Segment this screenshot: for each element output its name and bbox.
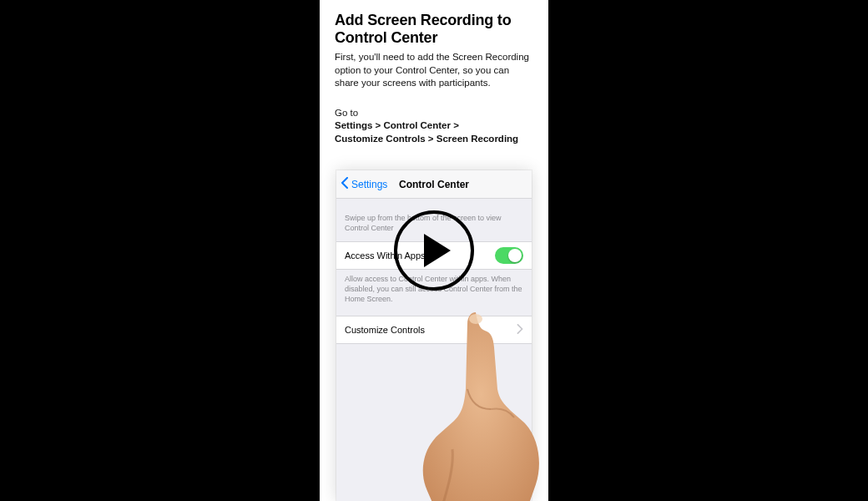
- card-goto-block: Go to Settings > Control Center > Custom…: [335, 107, 533, 146]
- card-title: Add Screen Recording to Control Center: [335, 12, 533, 46]
- goto-label: Go to: [335, 107, 533, 120]
- nav-path-line-1: Settings > Control Center >: [335, 119, 533, 133]
- card-description: First, you'll need to add the Screen Rec…: [335, 51, 533, 90]
- ios-nav-title: Control Center: [336, 179, 532, 190]
- ios-row-customize-label: Customize Controls: [345, 325, 425, 335]
- toggle-switch-on-icon[interactable]: [495, 247, 523, 264]
- video-play-button[interactable]: [394, 210, 474, 291]
- nav-path-line-2: Customize Controls > Screen Recording: [335, 133, 533, 146]
- chevron-right-icon: [517, 324, 523, 336]
- ios-row-customize-controls[interactable]: Customize Controls: [336, 316, 532, 344]
- play-icon: [424, 234, 451, 267]
- ios-navbar: Settings Control Center: [336, 170, 532, 199]
